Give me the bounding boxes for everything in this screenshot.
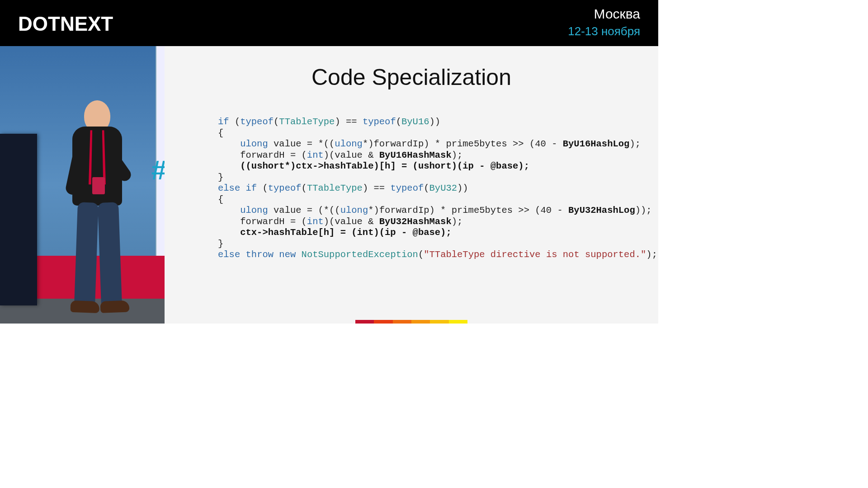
header-city: Москва [568,6,640,22]
speaker-figure [54,100,131,324]
video-frame: DOTNEXT Москва 12-13 ноября # EXT 2017 M… [0,0,658,369]
presentation-slide: Code Specialization if (typeof(TTableTyp… [165,46,658,324]
letterbox-bottom [0,324,658,369]
header-bar: DOTNEXT Москва 12-13 ноября [0,0,658,46]
speaker-camera: # EXT 2017 Moscow next [0,46,165,324]
slide-title: Code Specialization [165,64,658,90]
header-date: 12-13 ноября [568,24,640,38]
header-right: Москва 12-13 ноября [568,6,640,38]
stage-hash-glyph: # [151,155,165,186]
conference-logo: DOTNEXT [18,13,113,35]
kw-if: if [218,117,229,127]
podium [0,134,37,305]
code-block: if (typeof(TTableType) == typeof(ByU16))… [218,117,657,261]
slide-footer-stripe [355,320,467,324]
